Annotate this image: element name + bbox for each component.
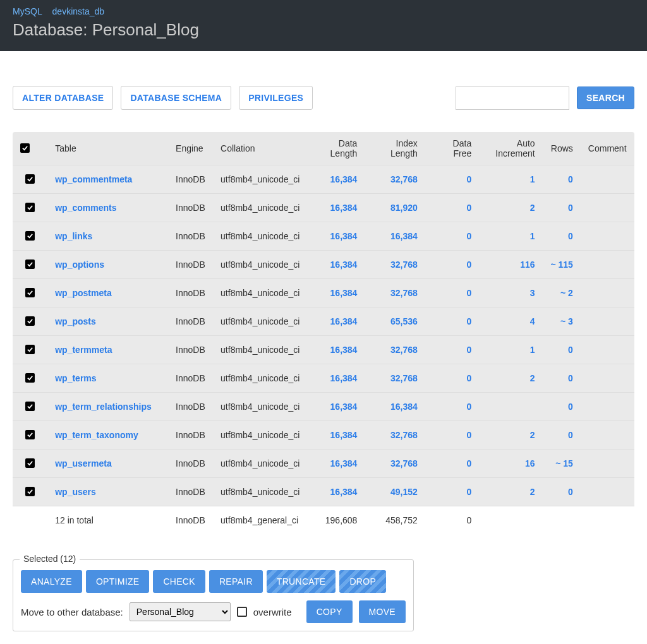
cell-data-length[interactable]: 16,384 <box>308 222 365 251</box>
cell-index-length[interactable]: 49,152 <box>365 478 425 506</box>
cell-auto-increment[interactable]: 3 <box>479 279 542 307</box>
cell-data-length[interactable]: 16,384 <box>308 393 365 421</box>
check-button[interactable]: CHECK <box>153 570 205 593</box>
table-link[interactable]: wp_termmeta <box>55 345 112 355</box>
cell-index-length[interactable]: 16,384 <box>365 393 425 421</box>
cell-data-length[interactable]: 16,384 <box>308 194 365 222</box>
privileges-button[interactable]: PRIVILEGES <box>239 86 313 110</box>
row-checkbox[interactable] <box>25 458 35 468</box>
col-header-data-free[interactable]: Data Free <box>425 132 479 165</box>
cell-index-length[interactable]: 32,768 <box>365 421 425 450</box>
cell-data-free[interactable]: 0 <box>425 336 479 364</box>
row-checkbox[interactable] <box>25 487 35 496</box>
optimize-button[interactable]: OPTIMIZE <box>86 570 150 593</box>
cell-index-length[interactable]: 32,768 <box>365 364 425 393</box>
cell-data-length[interactable]: 16,384 <box>308 421 365 450</box>
truncate-button[interactable]: TRUNCATE <box>267 570 336 593</box>
cell-rows[interactable]: 0 <box>543 222 581 251</box>
cell-data-free[interactable]: 0 <box>425 222 479 251</box>
row-checkbox[interactable] <box>25 259 35 269</box>
copy-button[interactable]: COPY <box>306 600 353 623</box>
search-button[interactable]: SEARCH <box>577 86 634 109</box>
cell-data-length[interactable]: 16,384 <box>308 279 365 307</box>
table-link[interactable]: wp_postmeta <box>55 288 111 298</box>
cell-data-length[interactable]: 16,384 <box>308 478 365 506</box>
cell-rows[interactable]: 0 <box>543 194 581 222</box>
cell-data-free[interactable]: 0 <box>425 307 479 336</box>
table-link[interactable]: wp_commentmeta <box>55 174 132 184</box>
col-header-data-length[interactable]: Data Length <box>308 132 365 165</box>
row-checkbox[interactable] <box>25 174 35 184</box>
row-checkbox[interactable] <box>25 345 35 354</box>
table-link[interactable]: wp_posts <box>55 316 96 326</box>
cell-index-length[interactable]: 32,768 <box>365 165 425 194</box>
cell-auto-increment[interactable]: 2 <box>479 421 542 450</box>
cell-data-length[interactable]: 16,384 <box>308 336 365 364</box>
table-link[interactable]: wp_term_relationships <box>55 402 152 412</box>
table-link[interactable]: wp_terms <box>55 373 96 383</box>
row-checkbox[interactable] <box>25 203 35 212</box>
col-header-table[interactable]: Table <box>47 132 168 165</box>
cell-auto-increment[interactable]: 2 <box>479 478 542 506</box>
breadcrumb-server[interactable]: MySQL <box>13 6 42 16</box>
cell-index-length[interactable]: 81,920 <box>365 194 425 222</box>
table-link[interactable]: wp_comments <box>55 203 116 213</box>
cell-rows[interactable]: 0 <box>543 393 581 421</box>
row-checkbox[interactable] <box>25 288 35 297</box>
row-checkbox[interactable] <box>25 373 35 383</box>
cell-rows[interactable]: ~ 115 <box>543 251 581 279</box>
col-header-auto-increment[interactable]: Auto Increment <box>479 132 542 165</box>
cell-data-length[interactable]: 16,384 <box>308 165 365 194</box>
cell-index-length[interactable]: 32,768 <box>365 279 425 307</box>
col-header-rows[interactable]: Rows <box>543 132 581 165</box>
table-link[interactable]: wp_links <box>55 231 92 241</box>
table-link[interactable]: wp_usermeta <box>55 458 111 468</box>
cell-data-free[interactable]: 0 <box>425 478 479 506</box>
cell-auto-increment[interactable]: 1 <box>479 336 542 364</box>
alter-database-button[interactable]: ALTER DATABASE <box>13 86 113 110</box>
breadcrumb-database[interactable]: devkinsta_db <box>52 6 105 16</box>
cell-auto-increment[interactable] <box>479 393 542 421</box>
cell-data-free[interactable]: 0 <box>425 421 479 450</box>
cell-index-length[interactable]: 65,536 <box>365 307 425 336</box>
row-checkbox[interactable] <box>25 231 35 241</box>
cell-rows[interactable]: 0 <box>543 364 581 393</box>
cell-data-length[interactable]: 16,384 <box>308 307 365 336</box>
col-header-engine[interactable]: Engine <box>168 132 213 165</box>
cell-data-free[interactable]: 0 <box>425 279 479 307</box>
cell-data-free[interactable]: 0 <box>425 165 479 194</box>
cell-data-free[interactable]: 0 <box>425 393 479 421</box>
cell-data-length[interactable]: 16,384 <box>308 364 365 393</box>
cell-data-free[interactable]: 0 <box>425 194 479 222</box>
cell-index-length[interactable]: 32,768 <box>365 450 425 478</box>
row-checkbox[interactable] <box>25 430 35 439</box>
cell-auto-increment[interactable]: 1 <box>479 222 542 251</box>
database-schema-button[interactable]: DATABASE SCHEMA <box>121 86 231 110</box>
cell-auto-increment[interactable]: 16 <box>479 450 542 478</box>
cell-data-length[interactable]: 16,384 <box>308 251 365 279</box>
table-link[interactable]: wp_users <box>55 487 96 497</box>
cell-index-length[interactable]: 16,384 <box>365 222 425 251</box>
cell-auto-increment[interactable]: 2 <box>479 194 542 222</box>
move-button[interactable]: MOVE <box>359 600 406 623</box>
cell-auto-increment[interactable]: 2 <box>479 364 542 393</box>
cell-index-length[interactable]: 32,768 <box>365 336 425 364</box>
repair-button[interactable]: REPAIR <box>209 570 263 593</box>
drop-button[interactable]: DROP <box>339 570 386 593</box>
cell-rows[interactable]: ~ 15 <box>543 450 581 478</box>
select-all-checkbox[interactable] <box>20 143 30 153</box>
cell-auto-increment[interactable]: 4 <box>479 307 542 336</box>
cell-rows[interactable]: ~ 3 <box>543 307 581 336</box>
col-header-comment[interactable]: Comment <box>581 132 634 165</box>
row-checkbox[interactable] <box>25 316 35 326</box>
move-target-select[interactable]: Personal_Blog <box>130 602 231 621</box>
search-input[interactable] <box>456 86 569 110</box>
table-link[interactable]: wp_term_taxonomy <box>55 430 138 440</box>
cell-auto-increment[interactable]: 116 <box>479 251 542 279</box>
cell-auto-increment[interactable]: 1 <box>479 165 542 194</box>
cell-data-free[interactable]: 0 <box>425 450 479 478</box>
cell-rows[interactable]: 0 <box>543 478 581 506</box>
cell-data-free[interactable]: 0 <box>425 251 479 279</box>
analyze-button[interactable]: ANALYZE <box>21 570 82 593</box>
cell-rows[interactable]: 0 <box>543 165 581 194</box>
